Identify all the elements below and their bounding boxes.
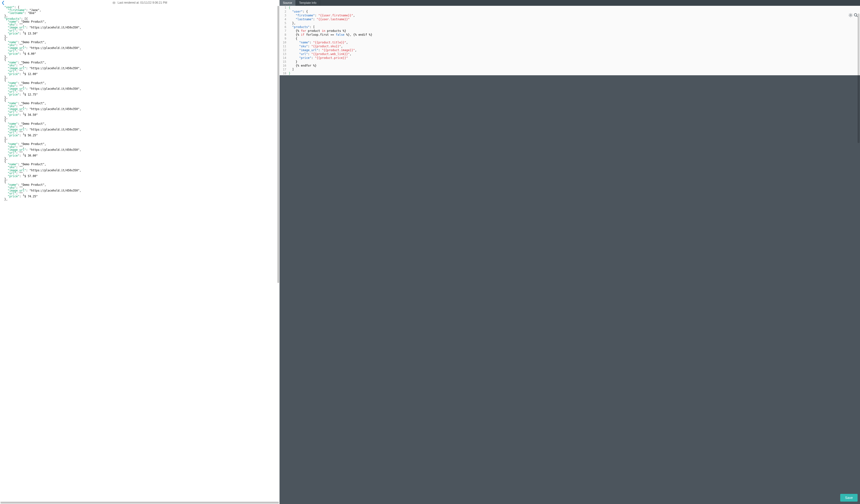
- horizontal-scrollbar[interactable]: [0, 501, 280, 504]
- editor-vertical-scrollbar[interactable]: [858, 14, 860, 143]
- tab-source[interactable]: Source: [280, 0, 296, 6]
- line-number: 3: [280, 14, 289, 17]
- code-line[interactable]: 5 },: [280, 21, 860, 25]
- line-number: 12: [280, 48, 289, 52]
- code-line[interactable]: 13 "url": "{{product.web_link}}",: [280, 52, 860, 56]
- editor-wrap: 1{2 "user": {3 "firstname": "{{user.firs…: [280, 6, 860, 504]
- tab-template-info[interactable]: Template Info: [296, 0, 320, 6]
- code-line[interactable]: 3 "firstname": "{{user.firstname}}",: [280, 14, 860, 17]
- line-number: 4: [280, 17, 289, 21]
- code-line[interactable]: 8 {% if forloop.first == false %}, {% en…: [280, 33, 860, 37]
- svg-line-9: [851, 14, 852, 14]
- code-line[interactable]: 1{: [280, 6, 860, 10]
- line-number: 7: [280, 29, 289, 33]
- code-line[interactable]: 18}: [280, 71, 860, 75]
- code-line[interactable]: 10 "name": "{{product.title}}",: [280, 41, 860, 44]
- svg-line-4: [849, 14, 850, 14]
- preview-pane: Last rendered at: 01/11/22 9:06:21 PM "u…: [0, 0, 280, 504]
- code-line[interactable]: 16 {% endfor %}: [280, 64, 860, 68]
- code-line[interactable]: 14 "price": "{{product.price}}": [280, 56, 860, 60]
- save-button[interactable]: Save: [840, 494, 858, 502]
- code-line[interactable]: 2 "user": {: [280, 10, 860, 14]
- eye-icon: [112, 1, 116, 4]
- line-number: 9: [280, 37, 289, 41]
- theme-icon[interactable]: [848, 13, 853, 18]
- svg-point-10: [854, 14, 857, 16]
- last-rendered-label: Last rendered at: 01/11/22 9:06:21 PM: [118, 1, 167, 4]
- tab-bar: Source Template Info: [280, 0, 860, 6]
- back-arrow-icon[interactable]: [1, 1, 4, 5]
- code-line[interactable]: 7 {% for product in products %}: [280, 29, 860, 33]
- svg-line-8: [849, 16, 850, 17]
- line-number: 13: [280, 52, 289, 56]
- preview-json[interactable]: "user": { "firstname": "Jane", "lastname…: [0, 5, 280, 501]
- line-number: 2: [280, 10, 289, 14]
- code-line[interactable]: 4 "lastname": "{{user.lastname}}": [280, 17, 860, 21]
- svg-point-1: [850, 14, 851, 16]
- svg-point-0: [113, 2, 114, 3]
- preview-header: Last rendered at: 01/11/22 9:06:21 PM: [0, 0, 280, 5]
- line-number: 16: [280, 64, 289, 68]
- line-number: 8: [280, 33, 289, 37]
- code-line[interactable]: 9 {: [280, 37, 860, 41]
- code-line[interactable]: 6 "products": [: [280, 25, 860, 29]
- line-number: 5: [280, 21, 289, 25]
- code-editor[interactable]: 1{2 "user": {3 "firstname": "{{user.firs…: [280, 6, 860, 75]
- code-line[interactable]: 15 }: [280, 60, 860, 64]
- line-number: 17: [280, 68, 289, 71]
- code-line[interactable]: 11 "sku": "{{product.sku}}",: [280, 44, 860, 48]
- code-line[interactable]: 17 ]: [280, 68, 860, 71]
- line-number: 14: [280, 56, 289, 60]
- svg-line-5: [851, 16, 852, 17]
- line-number: 11: [280, 44, 289, 48]
- code-line[interactable]: 12 "image_url": "{{product.image}}",: [280, 48, 860, 52]
- line-number: 1: [280, 6, 289, 10]
- line-number: 15: [280, 60, 289, 64]
- vertical-scrollbar[interactable]: [277, 6, 279, 283]
- line-number: 18: [280, 71, 289, 75]
- line-number: 6: [280, 25, 289, 29]
- line-number: 10: [280, 41, 289, 44]
- editor-pane: Source Template Info 1{2 "user": {3 "fir…: [280, 0, 860, 504]
